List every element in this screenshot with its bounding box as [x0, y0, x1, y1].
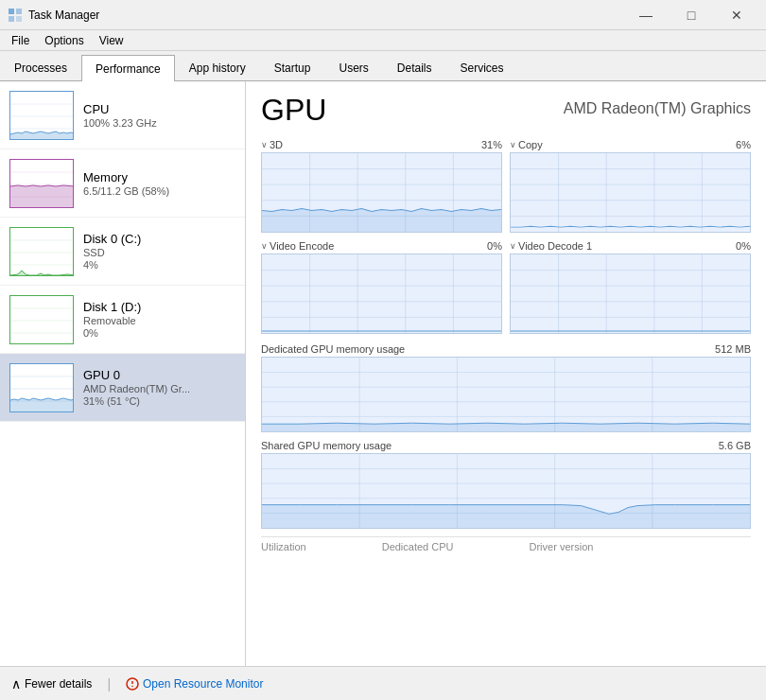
disk1-title: Disk 1 (D:): [83, 300, 235, 314]
app-icon: [8, 8, 23, 23]
window-title: Task Manager: [28, 9, 624, 22]
disk0-value: 4%: [83, 259, 235, 271]
chart-copy-percent: 6%: [736, 139, 751, 150]
gpu0-info: GPU 0 AMD Radeon(TM) Gr... 31% (51 °C): [83, 368, 235, 407]
sidebar: CPU 100% 3.23 GHz Memory 6.5/11.2 GB (58…: [0, 81, 246, 666]
memory-subtitle: 6.5/11.2 GB (58%): [83, 185, 235, 197]
disk1-info: Disk 1 (D:) Removable 0%: [83, 300, 235, 339]
close-button[interactable]: ✕: [715, 0, 758, 30]
chart-copy-label-row: ∨ Copy 6%: [510, 139, 751, 150]
dedicated-memory-chart: Dedicated GPU memory usage 512 MB: [261, 343, 751, 432]
tab-users[interactable]: Users: [324, 54, 382, 80]
svg-marker-74: [262, 505, 750, 528]
svg-marker-32: [262, 209, 501, 232]
gpu0-mini-graph: [9, 363, 74, 412]
chevron-3d-icon: ∨: [261, 140, 268, 149]
gpu-name: AMD Radeon(TM) Graphics: [564, 93, 751, 117]
sidebar-item-disk0[interactable]: Disk 0 (C:) SSD 4%: [0, 218, 245, 286]
shared-label-row: Shared GPU memory usage 5.6 GB: [261, 440, 751, 451]
svg-point-77: [131, 685, 133, 687]
svg-rect-3: [16, 16, 22, 22]
gpu0-subtitle: AMD Radeon(TM) Gr...: [83, 383, 235, 394]
cpu-title: CPU: [83, 102, 235, 116]
gpu-title: GPU: [261, 93, 326, 128]
chevron-decode-icon: ∨: [510, 241, 516, 251]
bottom-bar: ∧ Fewer details | Open Resource Monitor: [0, 666, 766, 700]
svg-marker-11: [10, 185, 74, 208]
tab-performance[interactable]: Performance: [81, 55, 175, 81]
window-controls: — □ ✕: [624, 0, 758, 30]
svg-marker-23: [10, 398, 74, 412]
chart-video-decode: ∨ Video Decode 1 0%: [510, 240, 751, 334]
chart-video-encode-percent: 0%: [487, 240, 502, 252]
disk0-subtitle: SSD: [83, 247, 235, 258]
svg-rect-1: [16, 9, 22, 14]
utilization-row: Utilization Dedicated CPU Driver version: [261, 536, 751, 552]
shared-label: Shared GPU memory usage: [261, 440, 392, 451]
memory-title: Memory: [83, 170, 235, 184]
chart-3d-label: ∨ 3D: [261, 139, 283, 150]
title-bar: Task Manager — □ ✕: [0, 0, 766, 30]
shared-memory-chart: Shared GPU memory usage 5.6 GB: [261, 440, 751, 529]
memory-info: Memory 6.5/11.2 GB (58%): [83, 170, 235, 197]
sidebar-item-disk1[interactable]: Disk 1 (D:) Removable 0%: [0, 286, 245, 354]
chart-video-decode-percent: 0%: [736, 240, 751, 252]
fewer-details-label: Fewer details: [25, 677, 92, 691]
chart-copy-label: ∨ Copy: [510, 139, 543, 150]
chevron-copy-icon: ∨: [510, 140, 516, 149]
chart-video-encode: ∨ Video Encode 0%: [261, 240, 502, 334]
maximize-button[interactable]: □: [670, 0, 713, 30]
chart-3d-percent: 31%: [481, 139, 502, 150]
chart-video-encode-label: ∨ Video Encode: [261, 240, 334, 252]
chevron-encode-icon: ∨: [261, 241, 268, 251]
dedicated-cpu-label: Dedicated CPU: [382, 541, 454, 552]
dedicated-label-row: Dedicated GPU memory usage 512 MB: [261, 343, 751, 355]
chart-video-decode-label-row: ∨ Video Decode 1 0%: [510, 240, 751, 252]
driver-label: Driver version: [530, 541, 594, 552]
menu-bar: File Options View: [0, 30, 766, 51]
bottom-separator: |: [107, 676, 111, 691]
shared-value: 5.6 GB: [719, 440, 751, 451]
cpu-mini-graph: [9, 91, 74, 140]
util-label: Utilization: [261, 541, 306, 552]
dedicated-label: Dedicated GPU memory usage: [261, 343, 405, 355]
gpu0-title: GPU 0: [83, 368, 235, 382]
svg-marker-65: [262, 423, 750, 431]
shared-chart-box: [261, 453, 751, 529]
disk0-info: Disk 0 (C:) SSD 4%: [83, 232, 235, 271]
sidebar-item-gpu0[interactable]: GPU 0 AMD Radeon(TM) Gr... 31% (51 °C): [0, 354, 245, 422]
minimize-button[interactable]: —: [624, 0, 668, 30]
main-content: CPU 100% 3.23 GHz Memory 6.5/11.2 GB (58…: [0, 81, 766, 666]
chart-3d: ∨ 3D 31%: [261, 139, 502, 233]
tab-startup[interactable]: Startup: [260, 54, 325, 80]
menu-file[interactable]: File: [4, 32, 37, 49]
svg-rect-2: [9, 16, 14, 22]
disk1-mini-graph: [9, 295, 74, 344]
charts-grid: ∨ 3D 31%: [261, 139, 751, 334]
tab-details[interactable]: Details: [383, 54, 446, 80]
open-resource-monitor-button[interactable]: Open Resource Monitor: [126, 677, 263, 691]
svg-rect-0: [9, 9, 14, 14]
sidebar-item-memory[interactable]: Memory 6.5/11.2 GB (58%): [0, 149, 245, 218]
cpu-info: CPU 100% 3.23 GHz: [83, 102, 235, 129]
disk0-mini-graph: [9, 227, 74, 276]
gpu0-value: 31% (51 °C): [83, 395, 235, 407]
chart-video-encode-label-row: ∨ Video Encode 0%: [261, 240, 502, 252]
resource-monitor-icon: [126, 677, 139, 691]
fewer-details-button[interactable]: ∧ Fewer details: [11, 676, 92, 691]
tab-services[interactable]: Services: [446, 54, 518, 80]
dedicated-value: 512 MB: [715, 343, 751, 355]
disk0-title: Disk 0 (C:): [83, 232, 235, 246]
disk1-subtitle: Removable: [83, 315, 235, 326]
menu-options[interactable]: Options: [37, 32, 91, 49]
chart-3d-label-row: ∨ 3D 31%: [261, 139, 502, 150]
disk1-value: 0%: [83, 327, 235, 339]
open-monitor-label: Open Resource Monitor: [143, 677, 263, 691]
sidebar-item-cpu[interactable]: CPU 100% 3.23 GHz: [0, 81, 245, 149]
chart-copy-box: [510, 152, 751, 233]
menu-view[interactable]: View: [92, 32, 131, 49]
tab-app-history[interactable]: App history: [175, 54, 260, 80]
tab-processes[interactable]: Processes: [0, 54, 81, 80]
memory-mini-graph: [9, 159, 74, 208]
right-panel: GPU AMD Radeon(TM) Graphics ∨ 3D 31%: [246, 81, 766, 666]
